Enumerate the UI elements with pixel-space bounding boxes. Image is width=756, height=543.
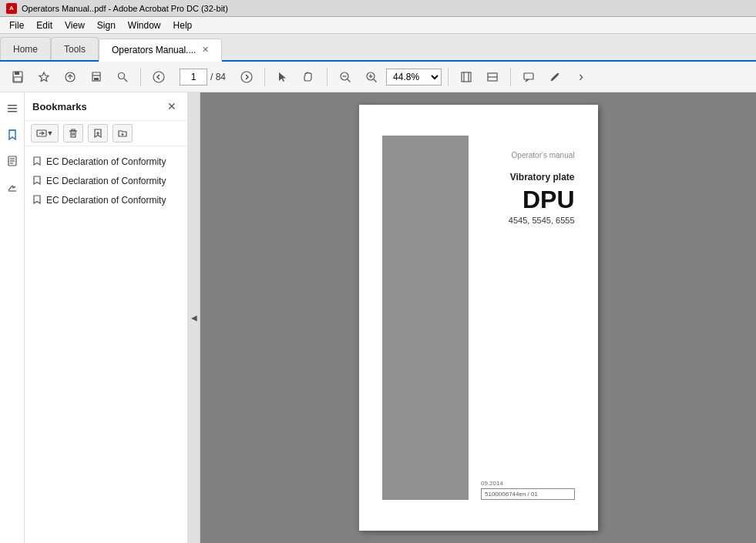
bookmarks-panel-button[interactable] — [2, 125, 22, 145]
toolbar-separator-4 — [448, 68, 449, 86]
bookmark-item-label-2: EC Declaration of Conformity — [46, 194, 166, 207]
highlight-button[interactable] — [543, 66, 566, 88]
prev-page-button[interactable] — [147, 66, 170, 88]
menu-sign[interactable]: Sign — [91, 18, 122, 32]
menu-file[interactable]: File — [3, 18, 30, 32]
svg-rect-7 — [94, 78, 99, 80]
svg-point-10 — [153, 72, 164, 82]
pdf-vibratory-plate-label: Vibratory plate — [510, 172, 575, 183]
hand-tool-button[interactable] — [297, 66, 321, 88]
menu-bar: File Edit View Sign Window Help — [0, 17, 756, 34]
page-total: / 84 — [210, 72, 226, 82]
tab-home[interactable]: Home — [0, 37, 51, 60]
toolbar-separator-1 — [140, 68, 141, 86]
title-bar-text: Operators Manual..pdf - Adobe Acrobat Pr… — [22, 4, 228, 13]
svg-rect-38 — [71, 131, 76, 137]
panel-toggle-button[interactable] — [2, 99, 22, 119]
title-bar: A Operators Manual..pdf - Adobe Acrobat … — [0, 0, 756, 17]
page-number-input[interactable] — [180, 69, 207, 85]
bookmarks-add-button[interactable] — [88, 124, 108, 142]
svg-rect-29 — [8, 108, 17, 109]
fit-page-button[interactable] — [455, 66, 478, 88]
left-icon-sidebar — [0, 92, 25, 543]
tab-tools-label: Tools — [64, 44, 86, 55]
toolbar-separator-2 — [264, 68, 265, 86]
svg-point-8 — [119, 72, 125, 79]
bookmark-item-label-0: EC Declaration of Conformity — [46, 156, 166, 169]
zoom-out-button[interactable] — [334, 66, 357, 88]
svg-rect-2 — [14, 77, 22, 82]
next-page-button[interactable] — [235, 66, 258, 88]
bookmarks-header: Bookmarks ✕ — [25, 92, 187, 121]
bookmarks-delete-button[interactable] — [63, 124, 83, 142]
tab-document[interactable]: Operators Manual.... ✕ — [99, 39, 222, 62]
toolbar-separator-5 — [510, 68, 511, 86]
svg-rect-28 — [8, 105, 17, 106]
menu-edit[interactable]: Edit — [30, 18, 59, 32]
bookmarks-panel: Bookmarks ✕ ▼ — [25, 92, 188, 543]
pdf-part-number: 5100006744en / 01 — [481, 488, 575, 500]
select-tool-button[interactable] — [271, 66, 294, 88]
svg-line-14 — [348, 79, 351, 82]
svg-line-9 — [124, 79, 127, 82]
pdf-date: 09.2014 — [481, 480, 575, 487]
pages-panel-button[interactable] — [2, 151, 22, 171]
collapse-arrow-icon: ◀ — [191, 313, 197, 322]
tab-tools[interactable]: Tools — [51, 37, 99, 60]
zoom-in-button[interactable] — [360, 66, 383, 88]
svg-marker-3 — [39, 72, 49, 82]
tab-home-label: Home — [13, 44, 38, 55]
svg-rect-1 — [15, 72, 19, 75]
bookmark-star-button[interactable] — [32, 66, 55, 88]
zoom-level-select[interactable]: 44.8% 25% 50% 75% 100% 125% 150% 200% — [386, 69, 442, 85]
app-icon: A — [6, 3, 17, 14]
find-button[interactable] — [111, 66, 134, 88]
pdf-footer-section: 09.2014 5100006744en / 01 — [481, 480, 575, 500]
svg-rect-30 — [8, 111, 17, 112]
print-button[interactable] — [85, 66, 108, 88]
pdf-grey-section — [382, 136, 469, 500]
pdf-operators-manual-label: Operator's manual — [512, 151, 575, 159]
bookmarks-folder-button[interactable] — [113, 124, 133, 142]
bookmark-item-icon-0 — [32, 156, 42, 168]
bookmark-item-label-1: EC Declaration of Conformity — [46, 175, 166, 188]
bookmark-item-icon-1 — [32, 176, 42, 187]
bookmark-item-1[interactable]: EC Declaration of Conformity — [28, 172, 184, 191]
bookmark-item-0[interactable]: EC Declaration of Conformity — [28, 153, 184, 172]
svg-rect-20 — [462, 72, 471, 82]
main-layout: Bookmarks ✕ ▼ — [0, 92, 756, 543]
bookmarks-toolbar: ▼ — [25, 121, 187, 146]
tab-bar: Home Tools Operators Manual.... ✕ — [0, 34, 756, 62]
upload-button[interactable] — [59, 66, 82, 88]
bookmark-item-icon-2 — [32, 195, 42, 206]
tab-close-icon[interactable]: ✕ — [202, 45, 209, 55]
pdf-model-name: DPU — [522, 186, 575, 214]
toolbar: / 84 44.8% 25% 50% 75% 100% 125% 150% 20… — [0, 62, 756, 92]
pdf-page: Operator's manual Vibratory plate DPU 45… — [359, 105, 598, 531]
svg-point-11 — [241, 72, 252, 82]
pdf-model-numbers: 4545, 5545, 6555 — [509, 216, 575, 225]
svg-marker-12 — [279, 72, 286, 82]
page-navigation: / 84 — [180, 69, 226, 85]
menu-window[interactable]: Window — [122, 18, 167, 32]
svg-line-17 — [374, 79, 377, 82]
bookmarks-options-button[interactable]: ▼ — [31, 124, 59, 142]
bookmark-item-2[interactable]: EC Declaration of Conformity — [28, 191, 184, 210]
bookmark-list: EC Declaration of Conformity EC Declarat… — [25, 146, 187, 543]
svg-rect-25 — [524, 73, 533, 79]
bookmarks-close-button[interactable]: ✕ — [164, 99, 180, 114]
pdf-view-area[interactable]: Operator's manual Vibratory plate DPU 45… — [200, 92, 756, 543]
more-tools-button[interactable]: › — [570, 66, 593, 88]
fit-width-button[interactable] — [481, 66, 504, 88]
tab-document-label: Operators Manual.... — [112, 45, 196, 55]
toolbar-separator-3 — [327, 68, 328, 86]
bookmarks-title: Bookmarks — [32, 101, 87, 112]
panel-collapse-button[interactable]: ◀ — [188, 92, 200, 543]
svg-line-27 — [551, 73, 559, 81]
signature-panel-button[interactable] — [2, 177, 22, 197]
save-button[interactable] — [6, 66, 29, 88]
menu-view[interactable]: View — [59, 18, 91, 32]
menu-help[interactable]: Help — [167, 18, 199, 32]
comment-button[interactable] — [517, 66, 540, 88]
pdf-text-section: Operator's manual Vibratory plate DPU 45… — [469, 136, 575, 500]
